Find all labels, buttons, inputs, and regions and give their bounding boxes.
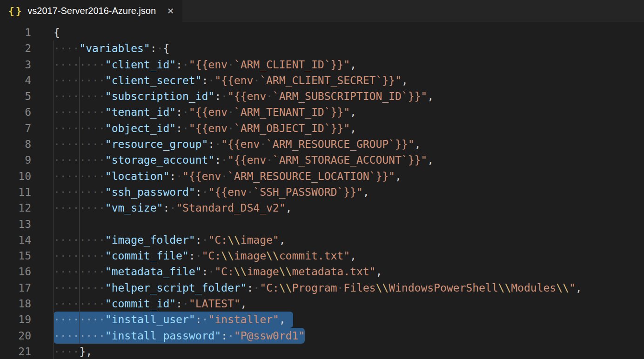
code-token: : bbox=[215, 154, 221, 166]
code-token: , bbox=[427, 154, 434, 166]
code-token: , bbox=[241, 298, 247, 310]
code-token: : bbox=[176, 122, 182, 134]
whitespace-dots: · bbox=[182, 106, 189, 118]
code-line[interactable]: ········"commit_file":·"C:\\image\\commi… bbox=[54, 248, 644, 264]
code-token: `ARM_RESOURCE_GROUP`}}" bbox=[266, 138, 415, 150]
line-number: 13 bbox=[0, 216, 54, 232]
whitespace-dots: · bbox=[202, 186, 208, 198]
whitespace-dots: · bbox=[182, 122, 189, 134]
code-token: : bbox=[208, 138, 215, 150]
code-token: "{{env bbox=[189, 122, 228, 134]
whitespace-dots: · bbox=[202, 313, 208, 326]
line-number: 7 bbox=[0, 120, 54, 136]
code-line[interactable]: ········"resource_group":·"{{env·`ARM_RE… bbox=[54, 136, 644, 152]
whitespace-dots: ········ bbox=[54, 138, 105, 150]
code-token: "commit_file" bbox=[105, 250, 189, 262]
code-token: , bbox=[350, 59, 356, 71]
whitespace-dots: ···· bbox=[54, 42, 79, 54]
code-token: "location" bbox=[105, 170, 169, 182]
code-line[interactable]: ········"image_folder":·"C:\\image", bbox=[54, 232, 644, 248]
code-token: "client_secret" bbox=[105, 74, 202, 86]
line-number: 2 bbox=[0, 40, 54, 56]
code-line[interactable]: ········"client_secret":·"{{env·`ARM_CLI… bbox=[54, 73, 644, 88]
code-token: `ARM_STORAGE_ACCOUNT`}}" bbox=[273, 154, 427, 166]
code-token: "variables" bbox=[79, 42, 150, 54]
whitespace-dots: · bbox=[182, 59, 189, 71]
whitespace-dots: ········ bbox=[54, 122, 105, 134]
code-line[interactable]: ········"tenant_id":·"{{env·`ARM_TENANT_… bbox=[54, 104, 644, 120]
code-line[interactable]: ········"metadata_file":·"C:\\image\\met… bbox=[54, 264, 644, 279]
whitespace-dots: · bbox=[221, 170, 228, 182]
code-token: `ARM_RESOURCE_LOCATION`}}" bbox=[228, 170, 395, 182]
whitespace-dots: ········ bbox=[54, 313, 105, 326]
line-number: 14 bbox=[0, 232, 54, 248]
code-token: : bbox=[169, 170, 176, 182]
code-token: Files bbox=[343, 282, 376, 294]
code-token: : bbox=[215, 90, 221, 102]
line-number: 5 bbox=[0, 88, 54, 104]
code-token: "P@ssw0rd1" bbox=[234, 330, 305, 342]
whitespace-dots: · bbox=[260, 138, 266, 150]
editor-line: 9········"storage_account":·"{{env·`ARM_… bbox=[0, 152, 644, 168]
code-token: "installer" bbox=[208, 313, 279, 326]
line-number: 21 bbox=[0, 344, 54, 359]
close-icon[interactable]: ✕ bbox=[167, 6, 174, 16]
code-token: : bbox=[176, 298, 182, 310]
editor-line: 17········"helper_script_folder":·"C:\\P… bbox=[0, 280, 644, 296]
code-token: "{{env bbox=[221, 138, 260, 150]
code-token: : bbox=[247, 282, 253, 294]
code-line[interactable]: ········"location":·"{{env·`ARM_RESOURCE… bbox=[54, 168, 644, 184]
code-token: \\ bbox=[228, 234, 241, 246]
editor-line: 2····"variables":·{ bbox=[0, 40, 644, 56]
code-token: { bbox=[54, 27, 60, 39]
editor[interactable]: 1{2····"variables":·{3········"client_id… bbox=[0, 22, 644, 359]
code-line[interactable]: ········"subscription_id":·"{{env·`ARM_S… bbox=[54, 88, 644, 104]
code-token: : bbox=[176, 106, 182, 118]
json-file-icon: {} bbox=[8, 6, 23, 17]
code-token: metadata.txt" bbox=[292, 266, 376, 278]
code-token: "install_password" bbox=[105, 330, 221, 342]
code-line[interactable]: ········"object_id":·"{{env·`ARM_OBJECT_… bbox=[54, 120, 644, 136]
code-token: `ARM_SUBSCRIPTION_ID`}}" bbox=[273, 90, 427, 102]
code-token: : bbox=[195, 234, 202, 246]
whitespace-dots: · bbox=[182, 298, 189, 310]
code-line[interactable]: ········"ssh_password":·"{{env·`SSH_PASS… bbox=[54, 184, 644, 200]
whitespace-dots: · bbox=[221, 90, 228, 102]
code-line[interactable]: { bbox=[54, 25, 644, 40]
code-line[interactable]: ········"install_user":·"installer", bbox=[54, 312, 644, 327]
editor-line: 3········"client_id":·"{{env·`ARM_CLIENT… bbox=[0, 57, 644, 73]
code-token: \\ bbox=[266, 250, 279, 262]
code-token: "helper_script_folder" bbox=[105, 282, 247, 294]
code-line[interactable] bbox=[54, 216, 644, 232]
whitespace-dots: · bbox=[228, 59, 234, 71]
code-token: \\ bbox=[234, 266, 247, 278]
code-line[interactable]: ········"install_password":·"P@ssw0rd1" bbox=[54, 328, 644, 344]
code-token: "image_folder" bbox=[105, 234, 195, 246]
editor-line: 10········"location":·"{{env·`ARM_RESOUR… bbox=[0, 168, 644, 184]
code-line[interactable]: ····}, bbox=[54, 344, 644, 359]
code-token: , bbox=[279, 234, 286, 246]
code-token: : bbox=[195, 313, 202, 326]
code-token: { bbox=[163, 42, 169, 54]
whitespace-dots: · bbox=[228, 330, 234, 342]
indent-guide bbox=[79, 216, 80, 232]
code-token: "{{env bbox=[189, 106, 228, 118]
code-token: "storage_account" bbox=[105, 154, 215, 166]
whitespace-dots: ········ bbox=[54, 330, 105, 342]
code-line[interactable]: ········"storage_account":·"{{env·`ARM_S… bbox=[54, 152, 644, 168]
code-line[interactable]: ········"client_id":·"{{env·`ARM_CLIENT_… bbox=[54, 57, 644, 73]
whitespace-dots: · bbox=[195, 250, 202, 262]
whitespace-dots: · bbox=[221, 154, 228, 166]
editor-line: 14········"image_folder":·"C:\\image", bbox=[0, 232, 644, 248]
code-line[interactable]: ········"helper_script_folder":·"C:\\Pro… bbox=[54, 280, 644, 296]
code-line[interactable]: ········"vm_size":·"Standard_DS4_v2", bbox=[54, 200, 644, 216]
code-token: image bbox=[247, 266, 279, 278]
code-token: : bbox=[150, 42, 157, 54]
line-number: 17 bbox=[0, 280, 54, 296]
code-line[interactable]: ····"variables":·{ bbox=[54, 40, 644, 56]
code-line[interactable]: ········"commit_id":·"LATEST", bbox=[54, 296, 644, 312]
tab-vs2017-server2016-azure-json[interactable]: {} vs2017-Server2016-Azure.json ✕ bbox=[0, 0, 182, 22]
code-token: \\ bbox=[498, 282, 511, 294]
line-number: 4 bbox=[0, 73, 54, 88]
code-token: "client_id" bbox=[105, 59, 176, 71]
